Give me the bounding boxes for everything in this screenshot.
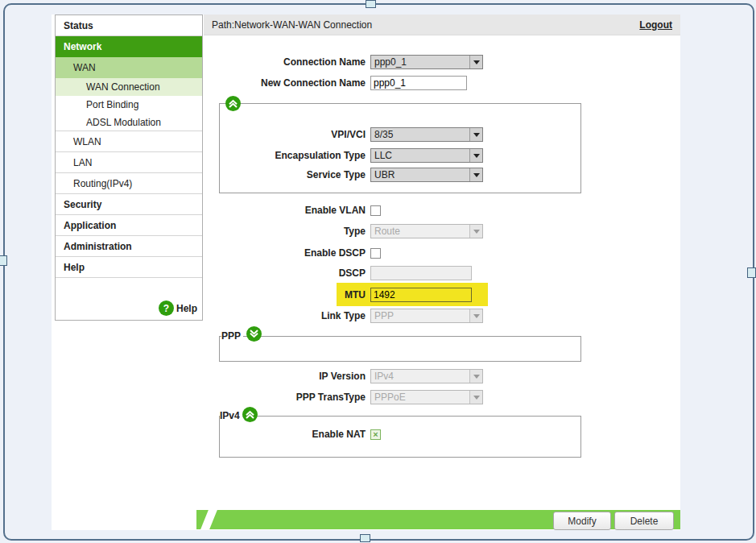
enable-dscp-checkbox[interactable] bbox=[370, 248, 381, 259]
enable-vlan-label: Enable VLAN bbox=[204, 205, 370, 216]
link-type-row: Link Type PPP bbox=[204, 309, 680, 323]
new-connection-name-label: New Connection Name bbox=[204, 77, 370, 89]
ppp-transtype-label: PPP TransType bbox=[204, 392, 370, 403]
dropdown-arrow-icon[interactable] bbox=[469, 168, 482, 181]
sidebar-item-status[interactable]: Status bbox=[56, 15, 202, 36]
enable-vlan-row: Enable VLAN bbox=[204, 203, 680, 218]
dropdown-arrow-icon[interactable] bbox=[469, 128, 482, 141]
drag-handle-bottom[interactable] bbox=[360, 534, 370, 542]
question-mark-icon: ? bbox=[159, 301, 174, 316]
footer-slash-decoration bbox=[200, 510, 217, 529]
drag-handle-left[interactable] bbox=[0, 255, 7, 266]
router-admin-page: Status Network WAN WAN Connection Port B… bbox=[52, 15, 680, 530]
ppp-section-label: PPP bbox=[221, 330, 243, 342]
ppp-transtype-row: PPP TransType PPPoE bbox=[204, 390, 680, 404]
drag-handle-top[interactable] bbox=[366, 0, 376, 8]
type-label: Type bbox=[204, 226, 370, 237]
enable-dscp-row: Enable DSCP bbox=[204, 246, 680, 260]
dscp-label: DSCP bbox=[204, 267, 370, 279]
connection-name-label: Connection Name bbox=[204, 56, 370, 68]
service-type-row: Service Type UBR bbox=[204, 168, 680, 182]
dropdown-arrow-icon bbox=[469, 391, 482, 404]
connection-name-select[interactable]: ppp0_1 bbox=[370, 55, 483, 69]
sidebar-item-network[interactable]: Network bbox=[56, 36, 202, 57]
link-type-label: Link Type bbox=[204, 310, 370, 321]
modify-button[interactable]: Modify bbox=[553, 512, 611, 530]
breadcrumb: Path:Network-WAN-WAN Connection bbox=[212, 19, 639, 31]
dscp-input bbox=[370, 266, 472, 280]
ip-version-select: IPv4 bbox=[370, 369, 483, 383]
type-row: Type Route bbox=[204, 224, 680, 238]
enable-nat-checkbox[interactable]: × bbox=[370, 429, 381, 440]
sidebar-item-wlan[interactable]: WLAN bbox=[56, 131, 202, 152]
mtu-label: MTU bbox=[204, 289, 370, 301]
dscp-row: DSCP bbox=[204, 266, 680, 280]
encapsulation-type-select[interactable]: LLC bbox=[370, 148, 483, 163]
sidebar-item-administration[interactable]: Administration bbox=[56, 236, 202, 257]
service-type-select[interactable]: UBR bbox=[370, 168, 483, 182]
dropdown-arrow-icon[interactable] bbox=[469, 56, 482, 68]
ppp-transtype-select: PPPoE bbox=[370, 390, 483, 404]
enable-dscp-label: Enable DSCP bbox=[204, 247, 370, 259]
dropdown-arrow-icon[interactable] bbox=[469, 149, 482, 162]
collapse-icon[interactable] bbox=[225, 96, 241, 111]
sidebar-item-security[interactable]: Security bbox=[56, 194, 202, 215]
help-button-label: Help bbox=[176, 303, 197, 314]
delete-button[interactable]: Delete bbox=[614, 512, 674, 530]
type-select: Route bbox=[370, 224, 483, 238]
encapsulation-type-row: Encapsulation Type LLC bbox=[204, 148, 680, 163]
drag-handle-right[interactable] bbox=[747, 267, 756, 278]
sidebar-nav: Status Network WAN WAN Connection Port B… bbox=[55, 15, 203, 321]
breadcrumb-bar: Path:Network-WAN-WAN Connection Logout bbox=[204, 15, 680, 35]
dropdown-arrow-icon bbox=[469, 309, 482, 322]
vpi-vci-label: VPI/VCI bbox=[204, 129, 370, 140]
sidebar-item-wan-connection[interactable]: WAN Connection bbox=[56, 78, 202, 96]
service-type-label: Service Type bbox=[204, 169, 370, 180]
dropdown-arrow-icon bbox=[469, 225, 482, 238]
vpi-vci-row: VPI/VCI 8/35 bbox=[204, 127, 680, 142]
enable-nat-label: Enable NAT bbox=[204, 429, 370, 440]
sidebar-item-port-binding[interactable]: Port Binding bbox=[56, 96, 202, 114]
sidebar-item-help[interactable]: Help bbox=[56, 257, 202, 278]
link-type-select: PPP bbox=[370, 309, 483, 323]
sidebar-item-lan[interactable]: LAN bbox=[56, 152, 202, 173]
sidebar-item-adsl-modulation[interactable]: ADSL Modulation bbox=[56, 114, 202, 131]
expand-icon[interactable] bbox=[246, 326, 262, 342]
collapse-icon[interactable] bbox=[242, 407, 258, 422]
encapsulation-type-label: Encapsulation Type bbox=[204, 150, 370, 161]
sidebar-item-routing-ipv4[interactable]: Routing(IPv4) bbox=[56, 173, 202, 194]
sidebar-item-application[interactable]: Application bbox=[56, 215, 202, 236]
ip-version-row: IP Version IPv4 bbox=[204, 369, 680, 383]
help-button[interactable]: ? Help bbox=[159, 301, 197, 316]
vpi-vci-select[interactable]: 8/35 bbox=[370, 127, 483, 142]
connection-name-row: Connection Name ppp0_1 bbox=[204, 55, 680, 69]
logout-link[interactable]: Logout bbox=[639, 19, 672, 31]
sidebar-item-wan[interactable]: WAN bbox=[56, 57, 202, 78]
mtu-input[interactable] bbox=[370, 288, 472, 302]
new-connection-name-row: New Connection Name bbox=[204, 76, 680, 90]
ip-version-label: IP Version bbox=[204, 371, 370, 382]
ppp-section-box: PPP bbox=[219, 336, 581, 362]
dropdown-arrow-icon bbox=[469, 370, 482, 383]
ipv4-section-label: IPv4 bbox=[220, 410, 242, 421]
enable-vlan-checkbox[interactable] bbox=[370, 205, 381, 216]
enable-nat-row: Enable NAT × bbox=[204, 427, 680, 441]
footer-bar: Modify Delete bbox=[196, 510, 680, 529]
new-connection-name-input[interactable] bbox=[370, 76, 467, 90]
mtu-row: MTU bbox=[204, 288, 680, 302]
